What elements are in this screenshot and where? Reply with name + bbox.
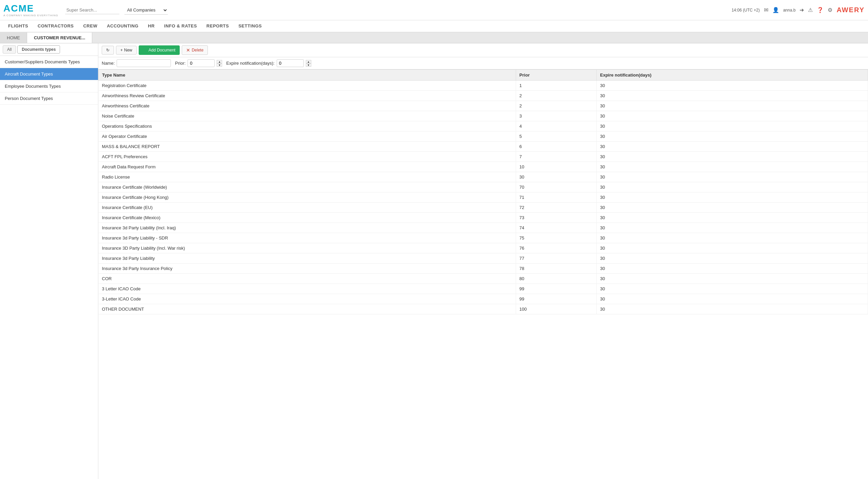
sidebar-list: Customer/Suppliers Documents Types Aircr… <box>0 56 98 479</box>
table-row[interactable]: Insurance Certificate (Hong Kong) 71 30 <box>99 192 868 203</box>
cell-prior: 78 <box>516 264 596 274</box>
cell-prior: 76 <box>516 243 596 253</box>
logout-icon[interactable]: ➜ <box>800 7 804 13</box>
cell-type-name: Insurance Certificate (EU) <box>99 203 516 213</box>
content: ↻ + New ✓ Add Document ✕ Delete Name: Pr… <box>98 43 868 479</box>
cell-expire: 30 <box>596 111 868 121</box>
cell-type-name: Radio License <box>99 172 516 182</box>
cell-prior: 72 <box>516 203 596 213</box>
prior-spinner[interactable]: ▲ ▼ <box>217 60 222 67</box>
table-row[interactable]: Radio License 30 30 <box>99 172 868 182</box>
add-document-button[interactable]: ✓ Add Document <box>139 45 180 55</box>
nav-item-contractors[interactable]: CONTRACTORS <box>33 20 78 32</box>
message-icon[interactable]: ✉ <box>764 7 768 13</box>
cell-type-name: 3-Letter ICAO Code <box>99 294 516 304</box>
table-row[interactable]: Operations Specifications 4 30 <box>99 121 868 131</box>
nav-item-flights[interactable]: FLIGHTS <box>3 20 33 32</box>
cell-prior: 30 <box>516 172 596 182</box>
table-row[interactable]: Airworthiness Certificate 2 30 <box>99 101 868 111</box>
cell-expire: 30 <box>596 121 868 131</box>
prior-down[interactable]: ▼ <box>217 63 222 67</box>
help-icon[interactable]: ❓ <box>817 7 824 13</box>
cell-type-name: ACFT FPL Preferences <box>99 152 516 162</box>
table-row[interactable]: ACFT FPL Preferences 7 30 <box>99 152 868 162</box>
table-row[interactable]: Air Operator Certificate 5 30 <box>99 131 868 142</box>
delete-button[interactable]: ✕ Delete <box>182 45 208 55</box>
table-row[interactable]: Aircraft Data Request Form 10 30 <box>99 162 868 172</box>
nav-item-hr[interactable]: HR <box>143 20 159 32</box>
table-row[interactable]: 3-Letter ICAO Code 99 30 <box>99 294 868 304</box>
cell-type-name: Operations Specifications <box>99 121 516 131</box>
table-row[interactable]: Insurance Certificate (EU) 72 30 <box>99 203 868 213</box>
alert-icon[interactable]: ⚠ <box>808 7 813 13</box>
table-row[interactable]: Insurance 3d Party Liability (Incl. Iraq… <box>99 223 868 233</box>
tab-customer-revenue[interactable]: CUSTOMER REVENUE... <box>27 33 92 43</box>
nav-item-settings[interactable]: SETTINGS <box>234 20 267 32</box>
table-row[interactable]: Noise Certificate 3 30 <box>99 111 868 121</box>
cell-expire: 30 <box>596 182 868 192</box>
cell-type-name: Insurance 3d Party Liability <box>99 253 516 264</box>
sidebar-tab-documents[interactable]: Documents types <box>17 45 60 54</box>
cell-prior: 7 <box>516 152 596 162</box>
cell-expire: 30 <box>596 203 868 213</box>
table-row[interactable]: OTHER DOCUMENT 100 30 <box>99 304 868 314</box>
col-type-name: Type Name <box>99 70 516 81</box>
logo-sub: A COMPANY MAKING EVERYTHING <box>3 14 58 17</box>
logo: ACME A COMPANY MAKING EVERYTHING <box>3 3 58 17</box>
table-row[interactable]: Insurance 3d Party Insurance Policy 78 3… <box>99 264 868 274</box>
table-row[interactable]: Airworthiness Review Certificate 2 30 <box>99 91 868 101</box>
col-prior: Prior <box>516 70 596 81</box>
table-row[interactable]: Insurance Certificate (Worldwide) 70 30 <box>99 182 868 192</box>
tab-home[interactable]: HOME <box>0 33 27 43</box>
sidebar-item-customer-suppliers[interactable]: Customer/Suppliers Documents Types <box>0 56 98 68</box>
col-expire: Expire notification(days) <box>596 70 868 81</box>
cell-prior: 73 <box>516 213 596 223</box>
cell-expire: 30 <box>596 274 868 284</box>
awery-brand: AWERY <box>836 6 865 14</box>
prior-input[interactable] <box>188 59 215 67</box>
expire-spinner[interactable]: ▲ ▼ <box>306 60 311 67</box>
check-icon: ✓ <box>143 47 147 53</box>
prior-up[interactable]: ▲ <box>217 60 222 63</box>
prior-label: Prior: <box>175 61 185 66</box>
cell-type-name: Insurance 3d Party Liability - SDR <box>99 233 516 243</box>
new-button[interactable]: + New <box>116 46 137 55</box>
sidebar-item-aircraft[interactable]: Aircraft Document Types <box>0 68 98 80</box>
sidebar-item-employee[interactable]: Employee Documents Types <box>0 80 98 92</box>
sidebar-tab-all[interactable]: All <box>3 45 16 54</box>
name-input[interactable] <box>117 59 171 67</box>
table-row[interactable]: Insurance Certificate (Mexico) 73 30 <box>99 213 868 223</box>
settings-icon[interactable]: ⚙ <box>828 7 832 13</box>
table-row[interactable]: Registration Certificate 1 30 <box>99 81 868 91</box>
table-row[interactable]: Insurance 3d Party Liability 77 30 <box>99 253 868 264</box>
expire-down[interactable]: ▼ <box>306 63 311 67</box>
expire-label: Expire notification(days): <box>226 61 274 66</box>
table-row[interactable]: MASS & BALANCE REPORT 6 30 <box>99 142 868 152</box>
expire-input[interactable] <box>277 59 304 67</box>
tabs-row: HOME CUSTOMER REVENUE... <box>0 33 868 43</box>
cell-prior: 5 <box>516 131 596 142</box>
main-nav: FLIGHTS CONTRACTORS CREW ACCOUNTING HR I… <box>0 20 868 33</box>
sidebar-sub-tabs: All Documents types <box>0 43 98 56</box>
table-row[interactable]: 3 Letter ICAO Code 99 30 <box>99 284 868 294</box>
sidebar-item-person[interactable]: Person Document Types <box>0 92 98 105</box>
nav-item-crew[interactable]: CREW <box>78 20 102 32</box>
search-input[interactable] <box>65 6 119 14</box>
refresh-button[interactable]: ↻ <box>102 46 114 55</box>
expire-up[interactable]: ▲ <box>306 60 311 63</box>
table-row[interactable]: COR 80 30 <box>99 274 868 284</box>
user-icon[interactable]: 👤 <box>772 7 779 13</box>
nav-item-reports[interactable]: REPORTS <box>202 20 234 32</box>
nav-item-accounting[interactable]: ACCOUNTING <box>102 20 143 32</box>
cell-expire: 30 <box>596 142 868 152</box>
table-row[interactable]: Insurance 3d Party Liability - SDR 75 30 <box>99 233 868 243</box>
cell-type-name: MASS & BALANCE REPORT <box>99 142 516 152</box>
cell-expire: 30 <box>596 284 868 294</box>
cell-expire: 30 <box>596 101 868 111</box>
table-row[interactable]: Insurance 3D Party Liability (Incl. War … <box>99 243 868 253</box>
company-select[interactable]: All Companies <box>124 6 168 15</box>
nav-item-info-rates[interactable]: INFO & RATES <box>159 20 202 32</box>
cell-prior: 80 <box>516 274 596 284</box>
topbar-right: 14:06 (UTC +2) ✉ 👤 anna.b ➜ ⚠ ❓ ⚙ AWERY <box>732 6 865 14</box>
cell-type-name: Insurance Certificate (Hong Kong) <box>99 192 516 203</box>
